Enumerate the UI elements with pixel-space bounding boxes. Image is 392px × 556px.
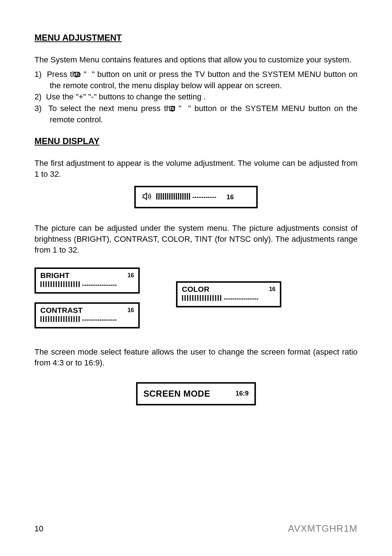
- color-gauge-fill: [182, 295, 224, 302]
- volume-value: 16: [226, 193, 234, 201]
- step-1: 1) Press the " " button on unit or press…: [34, 69, 358, 91]
- step-1-post: " button on unit or press the TV button …: [50, 70, 358, 90]
- step-3-pre: To select the next menu press the ": [48, 104, 185, 113]
- step-2: 2) Use the "+" "-" buttons to change the…: [34, 91, 358, 102]
- contrast-osd-box: CONTRAST 16: [34, 302, 140, 328]
- contrast-gauge-empty: ----------------: [82, 316, 117, 323]
- page-number: 10: [34, 524, 43, 533]
- bright-gauge: ----------------: [40, 281, 134, 289]
- picture-text: The picture can be adjusted under the sy…: [34, 223, 358, 255]
- step-3: 3) To select the next menu press the " "…: [34, 103, 358, 125]
- color-gauge: ----------------: [182, 295, 275, 302]
- svg-rect-3: [170, 106, 175, 110]
- contrast-label: CONTRAST: [40, 306, 83, 315]
- bright-osd-box: BRIGHT 16: [34, 267, 140, 294]
- heading-menu-display: MENU DISPLAY: [34, 136, 358, 146]
- intro-text: The System Menu contains features and op…: [34, 54, 358, 65]
- volume-gauge-fill: [156, 193, 192, 201]
- volume-gauge-empty: -----------: [192, 194, 216, 200]
- step-1-number: 1): [34, 70, 42, 79]
- step-3-number: 3): [34, 104, 42, 113]
- screen-mode-label: SCREEN MODE: [143, 389, 210, 399]
- speaker-icon: [142, 192, 152, 202]
- model-code: AVXMTGHR1M: [288, 523, 358, 534]
- step-1-pre: Press the ": [47, 70, 89, 79]
- color-gauge-empty: ----------------: [224, 295, 258, 302]
- volume-text: The first adjustment to appear is the vo…: [34, 158, 358, 179]
- steps-list: 1) Press the " " button on unit or press…: [34, 69, 358, 125]
- bright-gauge-fill: [40, 281, 82, 289]
- svg-rect-0: [74, 72, 79, 76]
- bright-value: 16: [127, 272, 134, 279]
- page-footer: 10 AVXMTGHR1M: [34, 523, 358, 534]
- volume-osd-box: ----------- 16: [134, 186, 258, 208]
- step-2-text: Use the "+" "-" buttons to change the se…: [46, 92, 206, 101]
- bright-gauge-empty: ----------------: [82, 282, 117, 288]
- screen-mode-value: 16:9: [236, 390, 249, 397]
- color-label: COLOR: [182, 285, 209, 294]
- screen-mode-text: The screen mode select feature allows th…: [34, 347, 358, 368]
- color-osd-box: COLOR 16: [176, 281, 281, 307]
- heading-menu-adjustment: MENU ADJUSTMENT: [34, 33, 358, 43]
- contrast-value: 16: [127, 307, 134, 314]
- step-2-number: 2): [34, 92, 42, 101]
- contrast-gauge: ----------------: [40, 316, 134, 323]
- volume-gauge: -----------: [156, 193, 216, 201]
- screen-mode-osd-box: SCREEN MODE 16:9: [136, 382, 256, 405]
- contrast-gauge-fill: [40, 316, 82, 323]
- bright-label: BRIGHT: [40, 271, 70, 280]
- color-value: 16: [269, 286, 275, 293]
